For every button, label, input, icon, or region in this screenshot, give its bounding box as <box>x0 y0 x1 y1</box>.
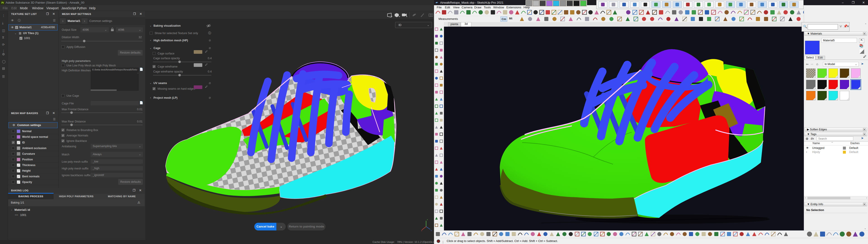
svg-text:Pt: Pt <box>2 2 4 4</box>
svg-text:X: X <box>431 230 432 232</box>
svg-text:Z: Z <box>421 230 422 232</box>
svg-text:Y: Y <box>427 219 428 221</box>
